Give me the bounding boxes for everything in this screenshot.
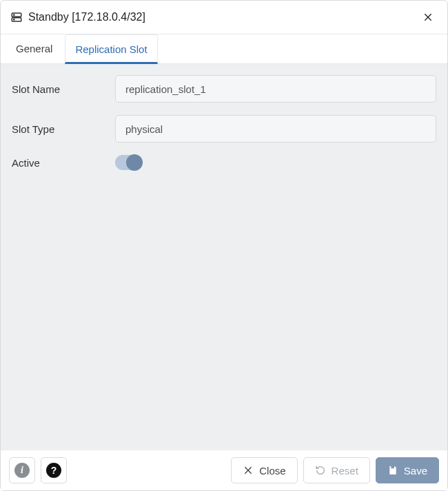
row-slot-name: Slot Name (12, 75, 436, 103)
dialog-title: Standby [172.18.0.4/32] (28, 11, 413, 23)
info-button[interactable]: i (9, 457, 35, 483)
dialog-footer: i ? Close Reset Save (1, 450, 447, 490)
slot-name-input[interactable] (115, 75, 436, 103)
help-icon: ? (46, 463, 61, 478)
close-icon[interactable] (418, 8, 438, 27)
reset-icon (315, 465, 326, 476)
svg-point-2 (14, 14, 14, 15)
save-button[interactable]: Save (376, 457, 439, 483)
standby-dialog: Standby [172.18.0.4/32] General Replicat… (0, 0, 448, 491)
active-toggle[interactable] (115, 155, 143, 170)
tab-replication-slot[interactable]: Replication Slot (65, 34, 157, 64)
x-icon (243, 465, 254, 476)
dialog-titlebar: Standby [172.18.0.4/32] (1, 1, 447, 34)
dialog-content: Slot Name Slot Type Active (1, 64, 447, 450)
info-icon: i (14, 463, 30, 478)
reset-button-label: Reset (332, 465, 358, 477)
row-slot-type: Slot Type (12, 115, 436, 143)
slot-type-input[interactable] (115, 115, 436, 143)
reset-button[interactable]: Reset (303, 457, 370, 483)
label-active: Active (12, 157, 115, 169)
tab-general[interactable]: General (6, 34, 62, 63)
save-button-label: Save (404, 465, 427, 477)
server-icon (10, 11, 23, 23)
toggle-knob (126, 154, 143, 171)
label-slot-type: Slot Type (12, 123, 115, 135)
row-active: Active (12, 155, 436, 170)
help-button[interactable]: ? (41, 457, 67, 483)
tab-bar: General Replication Slot (1, 34, 447, 64)
svg-point-3 (14, 19, 14, 20)
save-icon (387, 465, 398, 476)
close-button[interactable]: Close (231, 457, 297, 483)
label-slot-name: Slot Name (12, 83, 115, 95)
close-button-label: Close (259, 465, 285, 477)
